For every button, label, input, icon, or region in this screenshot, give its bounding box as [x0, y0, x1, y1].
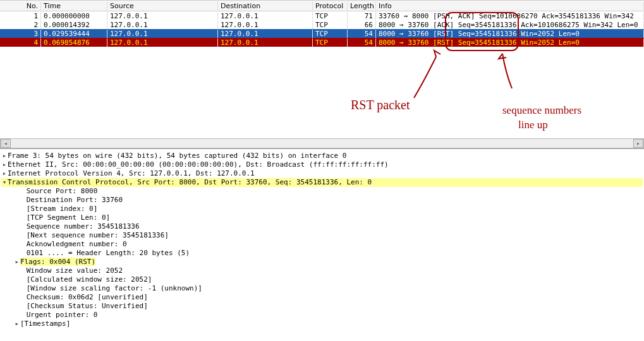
cell-time: 0.029539444	[41, 30, 107, 38]
cell-destination: 127.0.0.1	[218, 39, 313, 47]
col-header-time[interactable]: Time	[41, 2, 107, 10]
tree-next-seq[interactable]: [Next sequence number: 3545181336]	[1, 231, 643, 240]
scroll-left-icon[interactable]: ◂	[1, 139, 11, 148]
tree-calc-window[interactable]: [Calculated window size: 2052]	[1, 275, 643, 284]
col-header-destination[interactable]: Destination	[218, 2, 313, 10]
cell-length: 54	[348, 39, 376, 47]
cell-destination: 127.0.0.1	[218, 12, 313, 20]
collapse-icon[interactable]: ▾	[1, 178, 8, 187]
packet-row[interactable]: 4 0.069854876 127.0.0.1 127.0.0.1 TCP 54…	[0, 38, 644, 47]
column-headers: No. Time Source Destination Protocol Len…	[0, 0, 644, 11]
horizontal-scrollbar[interactable]: ◂ ▸	[0, 138, 644, 148]
cell-info: 33760 → 8000 [PSH, ACK] Seq=1010686270 A…	[376, 12, 644, 20]
cell-length: 66	[348, 21, 376, 29]
tree-window[interactable]: Window size value: 2052	[1, 266, 643, 275]
cell-time: 0.000000000	[41, 12, 107, 20]
expand-icon[interactable]: ▸	[14, 320, 20, 328]
cell-source: 127.0.0.1	[107, 12, 218, 20]
packet-row[interactable]: 1 0.000000000 127.0.0.1 127.0.0.1 TCP 71…	[0, 11, 644, 20]
cell-info: 8000 → 33760 [ACK] Seq=3545181336 Ack=10…	[376, 21, 644, 29]
col-header-protocol[interactable]: Protocol	[313, 2, 348, 10]
packet-detail-pane: ▸Frame 3: 54 bytes on wire (432 bits), 5…	[0, 148, 644, 331]
cell-protocol: TCP	[313, 39, 348, 47]
cell-source: 127.0.0.1	[107, 21, 218, 29]
cell-source: 127.0.0.1	[107, 30, 218, 38]
cell-protocol: TCP	[313, 21, 348, 29]
cell-protocol: TCP	[313, 12, 348, 20]
tree-stream-index[interactable]: [Stream index: 0]	[1, 205, 643, 213]
cell-destination: 127.0.0.1	[218, 21, 313, 29]
expand-icon[interactable]: ▸	[14, 258, 20, 266]
tree-tcp[interactable]: ▾Transmission Control Protocol, Src Port…	[1, 178, 643, 187]
cell-no: 4	[0, 39, 41, 47]
expand-icon[interactable]: ▸	[1, 160, 8, 169]
cell-destination: 127.0.0.1	[218, 30, 313, 38]
cell-no: 3	[0, 30, 41, 38]
cell-info: 8000 → 33760 [RST] Seq=3545181336 Win=20…	[376, 39, 644, 47]
cell-length: 71	[348, 12, 376, 20]
expand-icon[interactable]: ▸	[1, 152, 8, 160]
cell-length: 54	[348, 30, 376, 38]
tree-ethernet[interactable]: ▸Ethernet II, Src: 00:00:00_00:00:00 (00…	[1, 160, 643, 169]
col-header-length[interactable]: Length	[348, 2, 376, 10]
tree-urgent[interactable]: Urgent pointer: 0	[1, 311, 643, 320]
tree-checksum[interactable]: Checksum: 0x06d2 [unverified]	[1, 293, 643, 302]
tree-flags[interactable]: ▸Flags: 0x004 (RST)	[1, 258, 643, 266]
tree-header-len[interactable]: 0101 .... = Header Length: 20 bytes (5)	[1, 249, 643, 258]
tree-src-port[interactable]: Source Port: 8000	[1, 187, 643, 196]
tree-seq[interactable]: Sequence number: 3545181336	[1, 222, 643, 231]
tree-frame[interactable]: ▸Frame 3: 54 bytes on wire (432 bits), 5…	[1, 152, 643, 160]
packet-row-selected[interactable]: 3 0.029539444 127.0.0.1 127.0.0.1 TCP 54…	[0, 29, 644, 38]
cell-protocol: TCP	[313, 30, 348, 38]
cell-no: 1	[0, 12, 41, 20]
cell-no: 2	[0, 21, 41, 29]
tree-scale[interactable]: [Window size scaling factor: -1 (unknown…	[1, 284, 643, 293]
expand-icon[interactable]: ▸	[1, 169, 8, 178]
tree-ip[interactable]: ▸Internet Protocol Version 4, Src: 127.0…	[1, 169, 643, 178]
tree-dst-port[interactable]: Destination Port: 33760	[1, 196, 643, 205]
packet-row[interactable]: 2 0.000014392 127.0.0.1 127.0.0.1 TCP 66…	[0, 20, 644, 29]
col-header-info[interactable]: Info	[376, 2, 644, 10]
col-header-source[interactable]: Source	[107, 2, 218, 10]
col-header-no[interactable]: No.	[0, 2, 41, 10]
tree-timestamps[interactable]: ▸[Timestamps]	[1, 320, 643, 328]
cell-time: 0.000014392	[41, 21, 107, 29]
cell-source: 127.0.0.1	[107, 39, 218, 47]
tree-ack[interactable]: Acknowledgment number: 0	[1, 240, 643, 249]
tree-checksum-status[interactable]: [Checksum Status: Unverified]	[1, 302, 643, 311]
cell-info: 8000 → 33760 [RST] Seq=3545181336 Win=20…	[376, 30, 644, 38]
cell-time: 0.069854876	[41, 39, 107, 47]
packet-list-pane: No. Time Source Destination Protocol Len…	[0, 0, 644, 148]
list-empty-area	[0, 47, 644, 138]
tree-segment-len[interactable]: [TCP Segment Len: 0]	[1, 213, 643, 222]
scroll-right-icon[interactable]: ▸	[633, 139, 643, 148]
